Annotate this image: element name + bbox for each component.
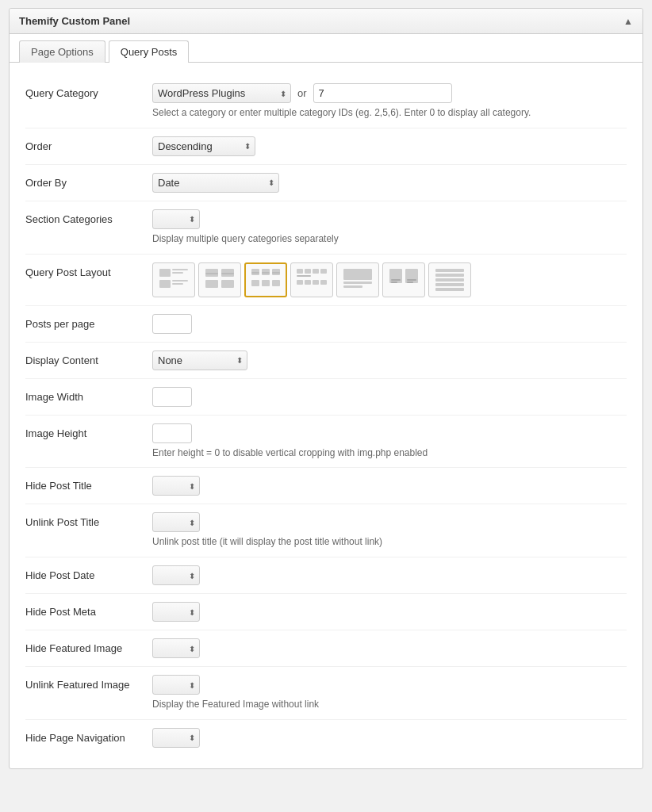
svg-rect-33 (389, 269, 402, 283)
svg-rect-9 (221, 273, 234, 274)
svg-rect-29 (320, 280, 327, 285)
hide-post-meta-select[interactable]: Yes No (152, 602, 200, 622)
layout-btn-grid2[interactable] (198, 262, 241, 297)
posts-per-page-input[interactable] (152, 314, 192, 334)
control-hide-post-meta: Yes No (152, 602, 627, 622)
field-hide-featured-image: Hide Featured Image Yes No (25, 630, 627, 667)
label-hide-post-meta: Hide Post Meta (25, 602, 152, 618)
hide-featured-image-select[interactable]: Yes No (152, 638, 200, 658)
control-section-categories: Yes No Display multiple query categories… (152, 209, 627, 246)
unlink-post-title-select[interactable]: Yes No (152, 512, 200, 532)
svg-rect-18 (251, 280, 259, 286)
image-height-hint: Enter height = 0 to disable vertical cro… (152, 446, 627, 460)
layout-btn-grid3[interactable] (244, 262, 287, 297)
layout-btn-large[interactable] (336, 262, 379, 297)
label-image-width: Image Width (25, 387, 152, 403)
hide-post-date-select[interactable]: Yes No (152, 565, 200, 585)
label-display-content: Display Content (25, 350, 152, 366)
unlink-post-title-hint: Unlink post title (it will display the p… (152, 535, 627, 549)
svg-rect-34 (391, 279, 401, 281)
control-hide-page-navigation: Yes No (152, 728, 627, 748)
control-unlink-post-title: Yes No Unlink post title (it will displa… (152, 512, 627, 549)
display-content-select-wrapper: None Excerpt Full Content (152, 350, 247, 370)
svg-rect-27 (305, 280, 311, 285)
tab-query-posts[interactable]: Query Posts (109, 40, 190, 63)
layout-btn-overlay[interactable] (382, 262, 425, 297)
control-image-height: Enter height = 0 to disable vertical cro… (152, 423, 627, 460)
label-hide-page-navigation: Hide Page Navigation (25, 728, 152, 744)
query-category-select[interactable]: WordPress Plugins Uncategorized News (152, 83, 291, 103)
image-height-input[interactable] (152, 423, 192, 443)
panel-body: Query Category WordPress Plugins Uncateg… (10, 63, 642, 768)
section-categories-hint: Display multiple query categories separa… (152, 232, 627, 246)
hide-post-meta-select-wrapper: Yes No (152, 602, 200, 622)
hide-post-date-select-wrapper: Yes No (152, 565, 200, 585)
panel-header: Themify Custom Panel ▲ (10, 9, 642, 34)
field-hide-post-meta: Hide Post Meta Yes No (25, 594, 627, 630)
field-unlink-post-title: Unlink Post Title Yes No Unlink post tit… (25, 504, 627, 557)
control-order-by: Date Title Author Modified Random (152, 173, 627, 193)
category-select-wrapper: WordPress Plugins Uncategorized News (152, 83, 291, 103)
svg-rect-37 (407, 279, 416, 281)
field-order: Order Ascending Descending (25, 128, 627, 165)
display-content-select[interactable]: None Excerpt Full Content (152, 350, 247, 370)
label-query-post-layout: Query Post Layout (25, 262, 152, 278)
category-id-input[interactable] (313, 83, 452, 103)
label-unlink-featured-image: Unlink Featured Image (25, 675, 152, 691)
section-categories-select[interactable]: Yes No (152, 209, 200, 229)
svg-rect-21 (297, 269, 303, 274)
svg-rect-8 (205, 273, 218, 274)
svg-rect-5 (172, 283, 183, 285)
hide-page-navigation-select[interactable]: Yes No (152, 728, 200, 748)
control-order: Ascending Descending (152, 136, 627, 156)
image-width-input[interactable] (152, 387, 192, 407)
svg-rect-31 (343, 282, 372, 284)
panel-title: Themify Custom Panel (19, 15, 130, 27)
field-order-by: Order By Date Title Author Modified Rand… (25, 165, 627, 201)
svg-rect-24 (320, 269, 327, 274)
control-hide-featured-image: Yes No (152, 638, 627, 658)
layout-btn-list[interactable] (152, 262, 195, 297)
tab-page-options[interactable]: Page Options (19, 40, 105, 63)
unlink-featured-image-select[interactable]: Yes No (152, 675, 200, 695)
label-hide-post-date: Hide Post Date (25, 565, 152, 581)
orderby-select[interactable]: Date Title Author Modified Random (152, 173, 279, 193)
field-hide-post-title: Hide Post Title Yes No (25, 468, 627, 504)
svg-rect-41 (435, 278, 464, 282)
control-posts-per-page (152, 314, 627, 334)
control-hide-post-title: Yes No (152, 476, 627, 496)
label-unlink-post-title: Unlink Post Title (25, 512, 152, 528)
field-display-content: Display Content None Excerpt Full Conten… (25, 343, 627, 379)
control-query-category: WordPress Plugins Uncategorized News or … (152, 83, 627, 120)
svg-rect-4 (172, 280, 188, 282)
svg-rect-2 (172, 272, 183, 274)
svg-rect-16 (262, 272, 270, 274)
label-section-categories: Section Categories (25, 209, 152, 225)
hide-featured-image-select-wrapper: Yes No (152, 638, 200, 658)
unlink-featured-image-hint: Display the Featured Image without link (152, 698, 627, 711)
svg-rect-11 (221, 280, 234, 288)
svg-rect-22 (305, 269, 311, 274)
layout-btn-grid4[interactable] (290, 262, 333, 297)
layout-btn-thumb[interactable] (428, 262, 471, 297)
svg-rect-20 (272, 280, 280, 286)
svg-rect-28 (313, 280, 319, 285)
section-categories-select-wrapper: Yes No (152, 209, 200, 229)
hide-page-navigation-select-wrapper: Yes No (152, 728, 200, 748)
control-image-width (152, 387, 627, 407)
label-hide-post-title: Hide Post Title (25, 476, 152, 492)
label-query-category: Query Category (25, 83, 152, 99)
svg-rect-19 (262, 280, 270, 286)
order-select[interactable]: Ascending Descending (152, 136, 255, 156)
order-select-wrapper: Ascending Descending (152, 136, 255, 156)
svg-rect-10 (205, 280, 218, 288)
label-image-height: Image Height (25, 423, 152, 439)
hide-post-title-select[interactable]: Yes No (152, 476, 200, 496)
tabs-bar: Page Options Query Posts (10, 34, 642, 63)
svg-rect-40 (435, 274, 464, 277)
orderby-select-wrapper: Date Title Author Modified Random (152, 173, 279, 193)
label-order: Order (25, 136, 152, 152)
field-image-width: Image Width (25, 379, 627, 416)
field-query-category: Query Category WordPress Plugins Uncateg… (25, 75, 627, 128)
panel-toggle-icon[interactable]: ▲ (623, 16, 633, 27)
